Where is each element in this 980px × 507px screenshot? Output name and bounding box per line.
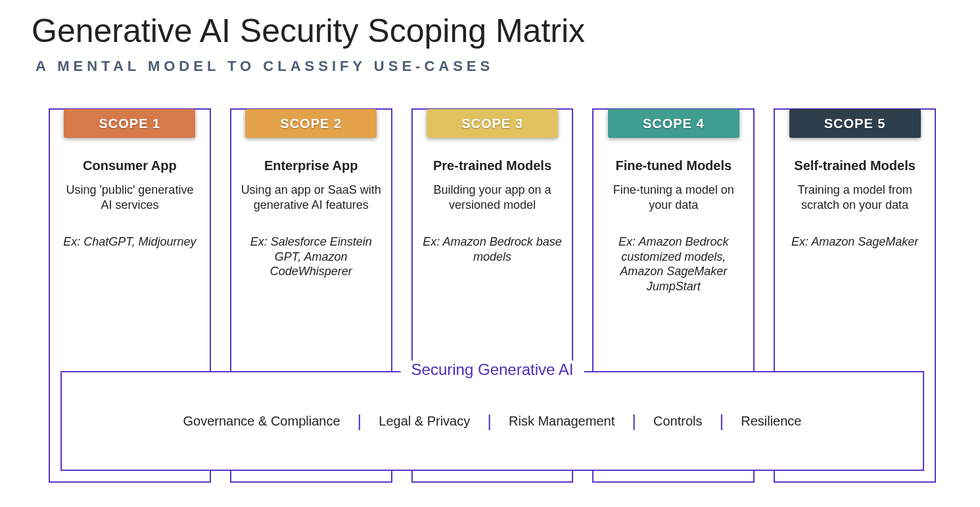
scope-desc: Fine-tuning a model on your data	[603, 183, 744, 212]
scope-heading: Pre-trained Models	[422, 158, 563, 173]
separator-icon: |	[487, 411, 492, 431]
scope-example: Ex: Salesforce Einstein GPT, Amazon Code…	[241, 234, 382, 279]
scope-example: Ex: Amazon Bedrock customized models, Am…	[603, 234, 744, 294]
scope-heading: Self-trained Models	[784, 158, 925, 173]
securing-box: Securing Generative AI Governance & Comp…	[60, 371, 924, 471]
scope-heading: Consumer App	[59, 158, 200, 173]
pillar-item: Controls	[653, 414, 702, 429]
scope-badge-1: SCOPE 1	[64, 109, 195, 138]
pillar-item: Risk Management	[509, 414, 615, 429]
scope-badge-2: SCOPE 2	[245, 109, 377, 138]
page-subtitle: A MENTAL MODEL TO CLASSIFY USE-CASES	[35, 58, 494, 75]
scope-example: Ex: Amazon SageMaker	[784, 234, 925, 250]
scope-badge-3: SCOPE 3	[427, 109, 558, 138]
scope-desc: Building your app on a versioned model	[422, 183, 563, 212]
pillar-item: Legal & Privacy	[379, 414, 470, 429]
scope-example: Ex: Amazon Bedrock base models	[422, 234, 563, 264]
pillar-item: Resilience	[741, 414, 801, 429]
scope-desc: Training a model from scratch on your da…	[784, 183, 925, 212]
separator-icon: |	[632, 411, 636, 431]
scope-badge-4: SCOPE 4	[608, 109, 739, 138]
separator-icon: |	[719, 411, 724, 431]
scope-badge-5: SCOPE 5	[789, 109, 921, 138]
scope-heading: Fine-tuned Models	[603, 158, 744, 173]
scope-heading: Enterprise App	[241, 158, 382, 173]
page-title: Generative AI Security Scoping Matrix	[32, 12, 585, 50]
securing-pillars: Governance & Compliance | Legal & Privac…	[62, 372, 923, 470]
pillar-item: Governance & Compliance	[183, 414, 340, 429]
scope-desc: Using 'public' generative AI services	[59, 183, 200, 212]
separator-icon: |	[358, 411, 362, 431]
scope-desc: Using an app or SaaS with generative AI …	[241, 183, 382, 212]
scope-example: Ex: ChatGPT, Midjourney	[59, 234, 200, 250]
securing-title: Securing Generative AI	[401, 361, 584, 379]
